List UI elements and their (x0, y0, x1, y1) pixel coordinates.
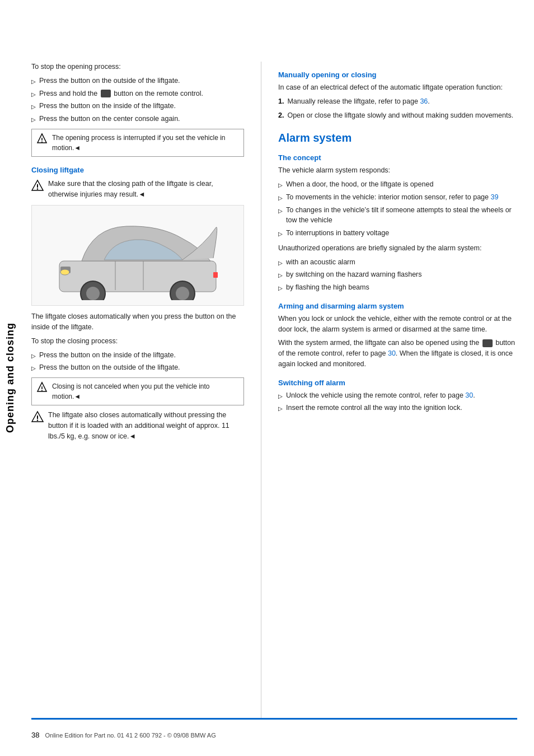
page-39-link[interactable]: 39 (490, 193, 498, 201)
warning-icon2 (31, 410, 44, 423)
list-item: ▷ Press the button on the center console… (31, 114, 244, 124)
warning-icon (31, 179, 44, 192)
bullet-triangle: ▷ (278, 392, 283, 400)
opening-note-box: The opening process is interrupted if yo… (31, 129, 244, 157)
bullet-triangle: ▷ (31, 115, 36, 124)
list-item-text: Press the button on the outside of the l… (39, 362, 180, 373)
closing-stop-intro: To stop the closing process: (31, 336, 244, 347)
step-number: 1. (278, 96, 284, 107)
list-item: 1. Manually release the liftgate, refer … (278, 96, 517, 107)
bullet-triangle: ▷ (31, 352, 36, 360)
page-30b-link[interactable]: 30 (465, 391, 473, 399)
sidebar: Opening and closing (0, 0, 20, 756)
list-item-text: To interruptions in battery voltage (286, 228, 389, 239)
note-text: The opening process is interrupted if yo… (52, 133, 239, 153)
list-item: ▷ Insert the remote control all the way … (278, 403, 517, 413)
footer: 38 Online Edition for Part no. 01 41 2 6… (31, 718, 517, 739)
list-item-text: Press the button on the outside of the l… (39, 76, 180, 86)
bullet-triangle: ▷ (278, 271, 283, 279)
manually-heading: Manually opening or closing (278, 71, 517, 79)
list-item: ▷ Press the button on the outside of the… (31, 362, 244, 373)
unauthorized-bullets: ▷ with an acoustic alarm ▷ by switching … (278, 257, 517, 293)
step-text: Manually release the liftgate, refer to … (287, 96, 429, 107)
unauthorized-text: Unauthorized operations are briefly sign… (278, 243, 517, 254)
closing-note-text: Closing is not canceled when you put the… (52, 381, 239, 402)
bullet-triangle: ▷ (278, 404, 283, 413)
closing-warning2-box: The liftgate also closes automatically w… (31, 410, 244, 441)
svg-point-2 (41, 141, 43, 142)
bullet-triangle: ▷ (278, 181, 283, 189)
list-item-text: Insert the remote control all the way in… (286, 403, 462, 413)
manually-steps: 1. Manually release the liftgate, refer … (278, 96, 517, 121)
remote-icon2 (483, 339, 493, 347)
page-36-link[interactable]: 36 (420, 97, 428, 105)
list-item: ▷ To interruptions in battery voltage (278, 228, 517, 239)
remote-icon (101, 90, 111, 97)
column-divider (261, 62, 261, 718)
bullet-triangle: ▷ (278, 230, 283, 238)
list-item: ▷ When a door, the hood, or the liftgate… (278, 179, 517, 190)
arming-heading: Arming and disarming alarm system (278, 302, 517, 310)
right-column: Manually opening or closing In case of a… (278, 62, 517, 718)
closing-warning-text: Make sure that the closing path of the l… (48, 179, 244, 200)
bullet-triangle: ▷ (278, 284, 283, 292)
arming-text2: With the system armed, the liftgate can … (278, 338, 517, 369)
list-item: ▷ Press the button on the inside of the … (31, 101, 244, 111)
list-item-text: To changes in the vehicle’s tilt if some… (286, 205, 517, 226)
manually-intro: In case of an electrical defect of the a… (278, 82, 517, 93)
list-item: ▷ with an acoustic alarm (278, 257, 517, 268)
closing-auto-text: The liftgate closes automatically when y… (31, 311, 244, 333)
svg-point-5 (37, 188, 38, 189)
list-item: ▷ To movements in the vehicle: interior … (278, 192, 517, 203)
note-icon (36, 133, 48, 144)
switching-heading: Switching off alarm (278, 379, 517, 387)
switching-bullets: ▷ Unlock the vehicle using the remote co… (278, 390, 517, 414)
list-item-text: Press the button on the inside of the li… (39, 350, 176, 361)
list-item-text: with an acoustic alarm (286, 257, 355, 268)
svg-point-14 (60, 269, 69, 275)
step-number: 2. (278, 110, 284, 121)
svg-point-18 (41, 390, 43, 391)
list-item-text: Press and hold the button on the remote … (39, 88, 203, 99)
alarm-system-heading: Alarm system (278, 132, 517, 144)
bullet-triangle: ▷ (31, 77, 36, 86)
step-text: Open or close the liftgate slowly and wi… (287, 110, 513, 121)
list-item: ▷ Press the button on the outside of the… (31, 76, 244, 86)
list-item: ▷ Press and hold the button on the remot… (31, 88, 244, 99)
bullet-triangle: ▷ (278, 194, 283, 202)
svg-rect-15 (213, 272, 218, 278)
concept-intro: The vehicle alarm system responds: (278, 165, 517, 176)
list-item-text: by switching on the hazard warning flash… (286, 269, 422, 280)
sidebar-label: Opening and closing (4, 323, 16, 433)
list-item: ▷ To changes in the vehicle’s tilt if so… (278, 205, 517, 226)
bullet-triangle: ▷ (31, 364, 36, 372)
list-item-text: Press the button on the inside of the li… (39, 101, 176, 111)
closing-warning-box: Make sure that the closing path of the l… (31, 179, 244, 200)
concept-heading: The concept (278, 153, 517, 162)
page-number: 38 (31, 731, 39, 739)
opening-stop-list: ▷ Press the button on the outside of the… (31, 76, 244, 124)
list-item-text: Press the button on the center console a… (39, 114, 180, 124)
list-item: 2. Open or close the liftgate slowly and… (278, 110, 517, 121)
opening-stop-intro: To stop the opening process: (31, 62, 244, 72)
list-item-text: Unlock the vehicle using the remote cont… (286, 390, 475, 401)
page-30a-link[interactable]: 30 (388, 349, 396, 357)
svg-point-8 (86, 287, 100, 300)
list-item: ▷ Press the button on the inside of the … (31, 350, 244, 361)
arming-text1: When you lock or unlock the vehicle, eit… (278, 314, 517, 335)
closing-warning2-text: The liftgate also closes automatically w… (48, 410, 244, 441)
list-item-text: by flashing the high beams (286, 282, 369, 293)
footer-text: Online Edition for Part no. 01 41 2 600 … (45, 732, 216, 739)
svg-point-21 (37, 419, 38, 421)
car-svg (48, 211, 227, 300)
list-item: ▷ Unlock the vehicle using the remote co… (278, 390, 517, 401)
list-item-text: To movements in the vehicle: interior mo… (286, 192, 498, 203)
bullet-triangle: ▷ (31, 102, 36, 111)
bullet-triangle: ▷ (31, 90, 36, 99)
svg-point-10 (176, 287, 189, 300)
closing-stop-list: ▷ Press the button on the inside of the … (31, 350, 244, 374)
concept-bullets: ▷ When a door, the hood, or the liftgate… (278, 179, 517, 239)
closing-note-box: Closing is not canceled when you put the… (31, 377, 244, 405)
car-image (31, 205, 244, 306)
closing-liftgate-heading: Closing liftgate (31, 166, 244, 174)
